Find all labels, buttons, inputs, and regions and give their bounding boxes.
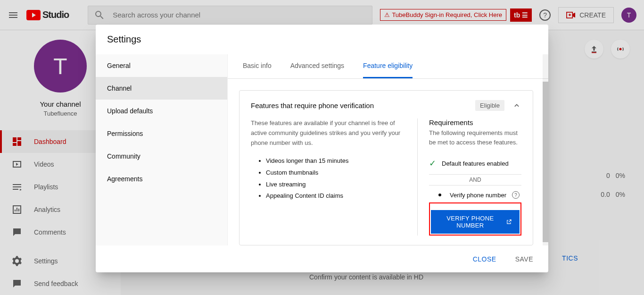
requirement-item: ✓ Default features enabled bbox=[429, 154, 521, 172]
settings-nav-permissions[interactable]: Permissions bbox=[96, 122, 227, 145]
modal-tabs: Basic info Advanced settings Feature eli… bbox=[228, 54, 548, 79]
tab-advanced-settings[interactable]: Advanced settings bbox=[290, 54, 344, 78]
tab-basic-info[interactable]: Basic info bbox=[243, 54, 272, 78]
list-item: Custom thumbnails bbox=[266, 167, 406, 179]
settings-nav-community[interactable]: Community bbox=[96, 145, 227, 168]
requirements-desc: The following requirements must be met t… bbox=[429, 128, 521, 147]
list-item: Videos longer than 15 minutes bbox=[266, 155, 406, 167]
feature-description: These features are available if your cha… bbox=[251, 118, 406, 148]
info-icon[interactable]: ? bbox=[512, 191, 520, 199]
modal-title: Settings bbox=[96, 25, 548, 54]
list-item: Appealing Content ID claims bbox=[266, 190, 406, 202]
and-separator: AND bbox=[429, 174, 521, 185]
settings-nav-agreements[interactable]: Agreements bbox=[96, 168, 227, 190]
requirement-item: Verify phone number ? bbox=[429, 187, 521, 202]
requirements-title: Requirements bbox=[429, 118, 521, 126]
scrollbar-track[interactable] bbox=[543, 54, 548, 245]
verify-phone-button[interactable]: VERIFY PHONE NUMBER bbox=[431, 210, 520, 234]
settings-nav-channel[interactable]: Channel bbox=[96, 77, 227, 100]
settings-modal: Settings General Channel Upload defaults… bbox=[96, 25, 548, 272]
scrollbar-thumb[interactable] bbox=[543, 82, 548, 242]
feature-list: Videos longer than 15 minutes Custom thu… bbox=[251, 155, 406, 202]
feature-title: Features that require phone verification bbox=[251, 101, 374, 110]
save-button[interactable]: SAVE bbox=[512, 252, 537, 267]
settings-nav-upload-defaults[interactable]: Upload defaults bbox=[96, 100, 227, 122]
feature-card: Features that require phone verification… bbox=[239, 90, 533, 245]
bullet-icon bbox=[438, 194, 441, 196]
settings-nav-general[interactable]: General bbox=[96, 54, 227, 77]
chevron-up-icon[interactable] bbox=[512, 101, 521, 110]
close-button[interactable]: CLOSE bbox=[469, 252, 500, 267]
verify-highlight: VERIFY PHONE NUMBER bbox=[429, 202, 521, 236]
modal-footer: CLOSE SAVE bbox=[96, 245, 548, 272]
check-icon: ✓ bbox=[429, 158, 436, 169]
eligible-badge: Eligible bbox=[475, 100, 504, 111]
modal-sidebar: General Channel Upload defaults Permissi… bbox=[96, 54, 228, 245]
list-item: Live streaming bbox=[266, 179, 406, 191]
external-link-icon bbox=[506, 218, 512, 226]
tab-feature-eligibility[interactable]: Feature eligibility bbox=[363, 54, 413, 78]
